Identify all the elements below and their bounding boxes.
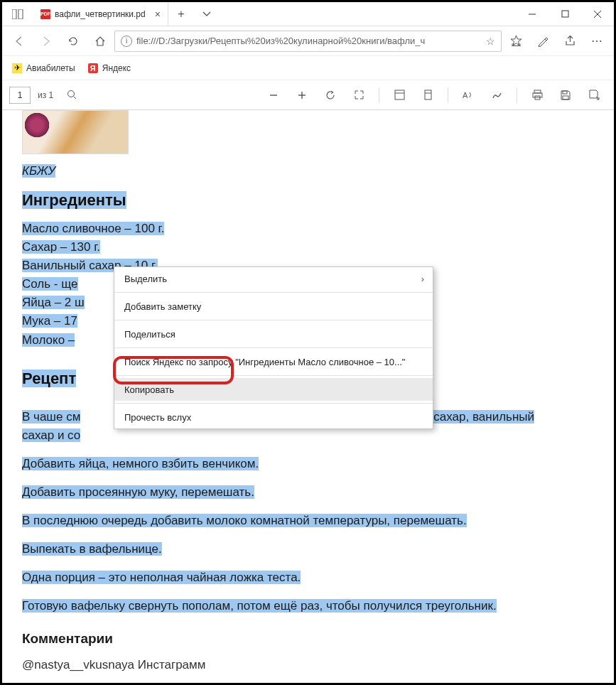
back-button[interactable]: [6, 28, 32, 54]
tab-actions-icon[interactable]: [2, 2, 33, 26]
tab-dropdown-icon[interactable]: [194, 2, 220, 26]
bookmark-label: Авиабилеты: [26, 63, 75, 73]
browser-tab[interactable]: PDF вафли_четвертинки.pd ×: [33, 2, 168, 26]
ctx-read-aloud[interactable]: Прочесть вслух: [114, 406, 433, 428]
new-tab-button[interactable]: +: [168, 2, 194, 26]
save-icon[interactable]: [553, 82, 578, 108]
heading-recipe: Рецепт: [22, 370, 76, 387]
ctx-label: Выделить: [124, 274, 167, 284]
share-icon[interactable]: [557, 35, 583, 47]
recipe-step: В чаше см: [22, 410, 80, 424]
window-minimize-button[interactable]: [516, 2, 549, 26]
ctx-label: Копировать: [124, 384, 174, 395]
page-number-input[interactable]: 1: [9, 87, 31, 104]
ingredient-line: Масло сливочное – 100 г.: [22, 222, 164, 235]
ctx-add-note[interactable]: Добавить заметку: [114, 295, 433, 318]
ingredient-line: Мука – 17: [22, 314, 77, 328]
window-maximize-button[interactable]: [549, 2, 581, 26]
draw-icon[interactable]: [484, 82, 509, 108]
fit-page-icon[interactable]: [346, 82, 372, 108]
ctx-share[interactable]: Поделиться: [114, 323, 433, 345]
heading-comments: Комментарии: [22, 631, 594, 647]
ctx-copy[interactable]: Копировать: [114, 378, 433, 401]
home-button[interactable]: [87, 28, 113, 54]
forward-button[interactable]: [33, 28, 59, 54]
rotate-icon[interactable]: [318, 82, 343, 108]
svg-rect-14: [395, 90, 404, 99]
svg-rect-22: [563, 91, 567, 94]
bookmark-aviabilety[interactable]: ✈ Авиабилеты: [12, 63, 75, 73]
svg-rect-20: [533, 93, 542, 97]
read-aloud-icon[interactable]: A: [455, 82, 481, 108]
recipe-step: Добавить яйца, немного взбить венчиком.: [22, 457, 259, 470]
page-view-icon[interactable]: [415, 82, 441, 108]
svg-text:A: A: [463, 91, 468, 99]
chevron-right-icon: ›: [421, 274, 424, 284]
url-text: file:///D:/Загрузки/Рецепты%20из%20кулин…: [136, 36, 482, 46]
recipe-step: сахар и со: [22, 428, 80, 442]
bookmark-yandex[interactable]: Я Яндекс: [88, 63, 131, 73]
bookmark-label: Яндекс: [102, 63, 131, 73]
svg-line-10: [73, 97, 76, 99]
ctx-select[interactable]: Выделить›: [114, 267, 433, 290]
ingredient-line: Молоко –: [22, 333, 75, 347]
window-close-button[interactable]: [581, 2, 614, 26]
recipe-step: Готовую вафельку свернуть пополам, потом…: [22, 599, 497, 613]
ctx-label: Добавить заметку: [124, 301, 201, 312]
ctx-label: Поделиться: [124, 329, 175, 340]
svg-rect-16: [425, 90, 431, 99]
context-menu: Выделить› Добавить заметку Поделиться По…: [114, 266, 433, 429]
ingredient-line: Соль - ще: [22, 277, 78, 291]
ctx-label: Прочесть вслух: [124, 412, 191, 423]
tab-title: вафли_четвертинки.pd: [55, 9, 146, 19]
url-box[interactable]: i file:///D:/Загрузки/Рецепты%20из%20кул…: [114, 31, 502, 52]
yandex-icon: Я: [88, 63, 98, 73]
more-menu-icon[interactable]: ⋯: [584, 34, 610, 48]
address-bar: i file:///D:/Загрузки/Рецепты%20из%20кул…: [2, 26, 614, 56]
text-kbju: КБЖУ: [22, 164, 55, 178]
recipe-step: Выпекать в вафельнице.: [22, 542, 162, 556]
plane-icon: ✈: [12, 63, 22, 73]
svg-rect-0: [12, 9, 16, 19]
ctx-search-yandex[interactable]: Поиск Яндекс по запросу "Ингредиенты Мас…: [114, 350, 433, 373]
recipe-step: Добавить просеянную муку, перемешать.: [22, 485, 254, 499]
tab-close-icon[interactable]: ×: [155, 9, 161, 20]
svg-rect-23: [563, 96, 568, 99]
ingredient-line: Сахар – 130 г.: [22, 240, 100, 254]
ctx-label: Поиск Яндекс по запросу "Ингредиенты Мас…: [124, 357, 405, 367]
favorites-icon[interactable]: [503, 35, 529, 47]
zoom-out-icon[interactable]: [261, 82, 286, 108]
bookmarks-bar: ✈ Авиабилеты Я Яндекс: [2, 56, 614, 80]
author-line: @nastya__vkusnaya Инстаграмм: [22, 658, 594, 672]
ingredient-line: Яйца – 2 ш: [22, 296, 85, 309]
recipe-image: [22, 110, 129, 154]
heading-ingredients: Ингредиенты: [22, 191, 126, 209]
pdf-file-icon: PDF: [40, 9, 50, 19]
notes-icon[interactable]: [530, 36, 556, 47]
page-total-label: из 1: [33, 90, 56, 100]
svg-rect-3: [562, 11, 568, 17]
refresh-button[interactable]: [60, 28, 86, 54]
window-titlebar: PDF вафли_четвертинки.pd × +: [2, 2, 614, 26]
save-as-icon[interactable]: [581, 82, 607, 108]
pdf-toolbar: 1 из 1 A: [2, 80, 614, 110]
recipe-step: В последнюю очередь добавить молоко комн…: [22, 514, 467, 527]
site-info-icon[interactable]: i: [121, 36, 132, 47]
zoom-in-icon[interactable]: [289, 82, 315, 108]
svg-point-9: [67, 91, 74, 97]
layout-icon[interactable]: [387, 82, 412, 108]
favorite-star-icon[interactable]: ☆: [486, 36, 495, 47]
svg-rect-1: [18, 9, 23, 19]
find-icon[interactable]: [59, 82, 85, 108]
print-icon[interactable]: [524, 82, 550, 108]
recipe-step: Одна порция – это неполная чайная ложка …: [22, 571, 301, 584]
svg-rect-19: [534, 90, 541, 93]
